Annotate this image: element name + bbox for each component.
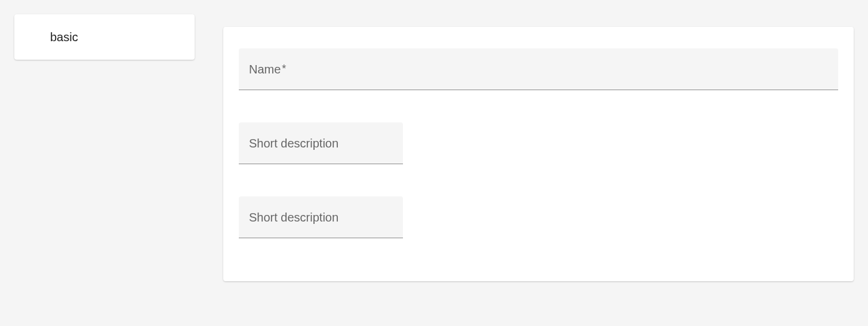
field-wrap-short-desc-2: Short description [239,196,838,238]
form-card: Name* Short description Short descriptio… [223,27,854,281]
short-description-input-1[interactable] [239,122,403,164]
sidebar-item-basic[interactable]: basic [14,29,195,45]
name-input[interactable] [239,48,838,90]
short-description-field-1: Short description [239,122,403,164]
sidebar-card: basic [14,14,195,60]
field-wrap-name: Name* [239,48,838,90]
name-field: Name* [239,48,838,90]
short-description-input-2[interactable] [239,196,403,238]
page-container: basic Name* Short description Short desc… [0,0,868,326]
short-description-field-2: Short description [239,196,403,238]
field-wrap-short-desc-1: Short description [239,122,838,164]
sidebar-item-label: basic [50,30,78,44]
